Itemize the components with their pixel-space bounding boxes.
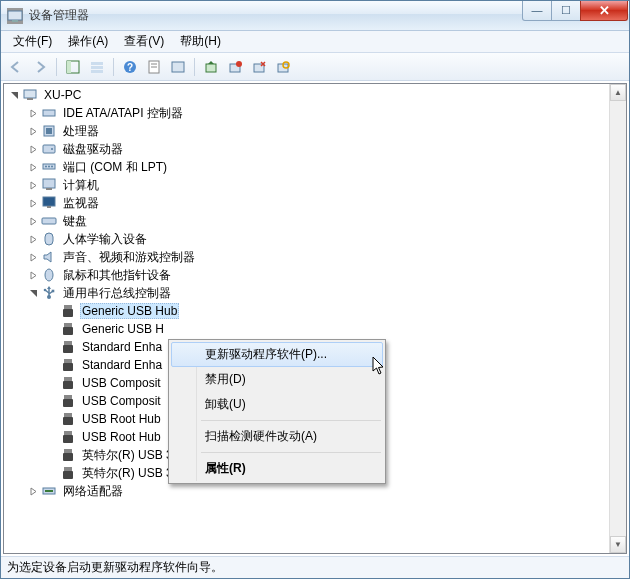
back-button[interactable]: [5, 56, 27, 78]
tree-label: 处理器: [61, 122, 101, 141]
svg-rect-58: [63, 435, 73, 443]
context-menu-item[interactable]: 属性(R): [171, 456, 383, 481]
expander-icon[interactable]: [25, 177, 41, 193]
tree-label: XU-PC: [42, 87, 83, 103]
expander-icon[interactable]: [25, 123, 41, 139]
show-hidden-button[interactable]: [62, 56, 84, 78]
window-title: 设备管理器: [29, 7, 523, 24]
forward-button[interactable]: [29, 56, 51, 78]
tree-category[interactable]: IDE ATA/ATAPI 控制器: [4, 104, 609, 122]
tree-category[interactable]: 端口 (COM 和 LPT): [4, 158, 609, 176]
svg-rect-13: [206, 64, 216, 72]
disk-icon: [41, 141, 57, 157]
close-button[interactable]: ✕: [580, 1, 628, 21]
svg-rect-47: [64, 341, 72, 345]
tree-category[interactable]: 网络适配器: [4, 482, 609, 500]
app-icon: [7, 8, 23, 24]
context-menu-item[interactable]: 禁用(D): [171, 367, 383, 392]
expander-icon[interactable]: [44, 393, 60, 409]
hid-icon: [41, 231, 57, 247]
tree-label: Standard Enha: [80, 357, 164, 373]
expander-icon[interactable]: [44, 357, 60, 373]
svg-rect-6: [91, 70, 103, 73]
help-button[interactable]: ?: [119, 56, 141, 78]
expander-icon[interactable]: [6, 87, 22, 103]
scroll-up-arrow[interactable]: ▲: [610, 84, 626, 101]
scan-hardware-button[interactable]: [272, 56, 294, 78]
expander-icon[interactable]: [44, 375, 60, 391]
tree-category[interactable]: 声音、视频和游戏控制器: [4, 248, 609, 266]
refresh-button[interactable]: [167, 56, 189, 78]
usbdev-icon: [60, 357, 76, 373]
expander-icon[interactable]: [25, 483, 41, 499]
expander-icon[interactable]: [25, 231, 41, 247]
expander-icon[interactable]: [44, 339, 60, 355]
tree-category[interactable]: 鼠标和其他指针设备: [4, 266, 609, 284]
status-text: 为选定设备启动更新驱动程序软件向导。: [7, 559, 223, 576]
tree-category[interactable]: 键盘: [4, 212, 609, 230]
menu-help[interactable]: 帮助(H): [172, 31, 229, 52]
tree-category[interactable]: 监视器: [4, 194, 609, 212]
tree-root[interactable]: XU-PC: [4, 86, 609, 104]
svg-point-15: [236, 61, 242, 67]
menubar: 文件(F) 操作(A) 查看(V) 帮助(H): [1, 31, 629, 53]
update-driver-button[interactable]: [200, 56, 222, 78]
tree-device[interactable]: Generic USB H: [4, 320, 609, 338]
tree-label: 键盘: [61, 212, 89, 231]
maximize-button[interactable]: ☐: [551, 1, 581, 21]
toolbar-sep: [56, 58, 57, 76]
svg-point-25: [51, 148, 53, 150]
expander-icon[interactable]: [25, 285, 41, 301]
tree-label: Generic USB Hub: [80, 303, 179, 319]
usbdev-icon: [60, 303, 76, 319]
tree-category[interactable]: 计算机: [4, 176, 609, 194]
expander-icon[interactable]: [25, 249, 41, 265]
tree-device[interactable]: Generic USB Hub: [4, 302, 609, 320]
svg-rect-60: [63, 453, 73, 461]
svg-rect-19: [24, 90, 36, 98]
tree-label: 声音、视频和游戏控制器: [61, 248, 197, 267]
usbdev-icon: [60, 465, 76, 481]
menu-action[interactable]: 操作(A): [60, 31, 116, 52]
disable-button[interactable]: [224, 56, 246, 78]
expander-icon[interactable]: [25, 195, 41, 211]
context-menu-item[interactable]: 卸载(U): [171, 392, 383, 417]
expander-icon[interactable]: [44, 447, 60, 463]
usbdev-icon: [60, 375, 76, 391]
expander-icon[interactable]: [25, 213, 41, 229]
svg-rect-20: [27, 98, 33, 100]
svg-point-27: [45, 166, 47, 168]
expander-icon[interactable]: [44, 411, 60, 427]
svg-text:?: ?: [127, 62, 133, 73]
net-icon: [41, 483, 57, 499]
expander-icon[interactable]: [44, 429, 60, 445]
expander-icon[interactable]: [25, 105, 41, 121]
tree-category[interactable]: 处理器: [4, 122, 609, 140]
expander-icon[interactable]: [44, 303, 60, 319]
menu-file[interactable]: 文件(F): [5, 31, 60, 52]
tree-category[interactable]: 通用串行总线控制器: [4, 284, 609, 302]
vertical-scrollbar[interactable]: ▲ ▼: [609, 84, 626, 553]
view-button[interactable]: [86, 56, 108, 78]
expander-icon[interactable]: [25, 159, 41, 175]
tree-category[interactable]: 人体学输入设备: [4, 230, 609, 248]
expander-icon[interactable]: [44, 465, 60, 481]
device-manager-window: 设备管理器 — ☐ ✕ 文件(F) 操作(A) 查看(V) 帮助(H) ? XU…: [0, 0, 630, 579]
context-menu-item[interactable]: 更新驱动程序软件(P)...: [171, 342, 383, 367]
properties-button[interactable]: [143, 56, 165, 78]
minimize-button[interactable]: —: [522, 1, 552, 21]
expander-icon[interactable]: [25, 267, 41, 283]
usbdev-icon: [60, 447, 76, 463]
context-menu-separator: [201, 420, 381, 421]
uninstall-button[interactable]: [248, 56, 270, 78]
tree-category[interactable]: 磁盘驱动器: [4, 140, 609, 158]
svg-rect-12: [172, 62, 184, 72]
scroll-down-arrow[interactable]: ▼: [610, 536, 626, 553]
context-menu-item[interactable]: 扫描检测硬件改动(A): [171, 424, 383, 449]
svg-point-28: [48, 166, 50, 168]
expander-icon[interactable]: [25, 141, 41, 157]
svg-rect-21: [43, 110, 55, 116]
menu-view[interactable]: 查看(V): [116, 31, 172, 52]
tree-label: 磁盘驱动器: [61, 140, 125, 159]
expander-icon[interactable]: [44, 321, 60, 337]
